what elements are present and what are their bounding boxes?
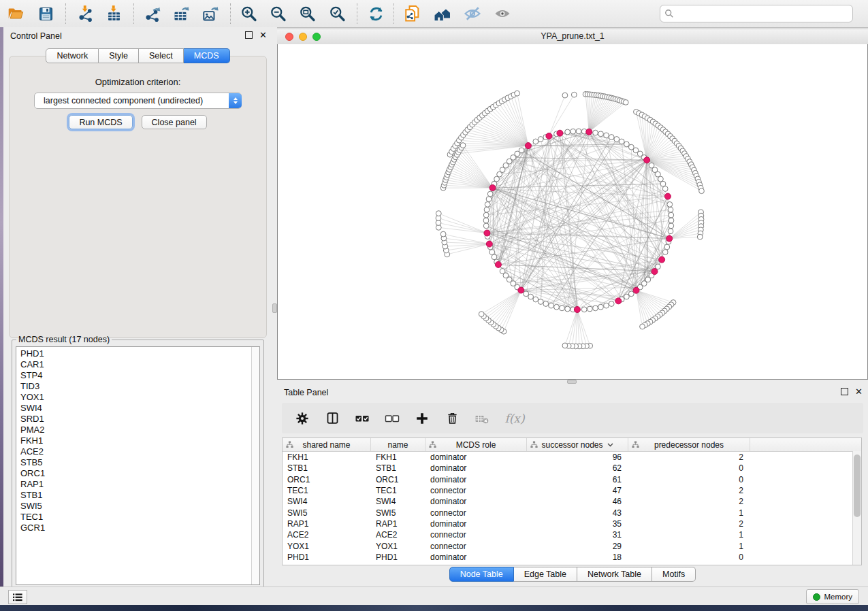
mcds-result-item: SRD1 <box>20 414 251 425</box>
mcds-result-item: RAP1 <box>20 479 251 490</box>
cell-name: SWI4 <box>371 497 425 506</box>
delete-table-button[interactable] <box>472 408 492 429</box>
checked-boxes-icon <box>354 410 370 427</box>
plus-icon <box>415 411 430 426</box>
mcds-result-listbox[interactable]: PHD1CAR1STP4TID3YOX1SWI4SRD1PMA2FKH1ACE2… <box>16 346 260 585</box>
save-session-button[interactable] <box>34 3 57 24</box>
columns-icon <box>325 411 340 425</box>
duplicate-network-icon <box>402 4 421 23</box>
column-header-MCDS-role[interactable]: MCDS role <box>425 438 527 451</box>
export-table-button[interactable] <box>169 3 192 24</box>
zoom-fit-icon <box>298 5 317 23</box>
tab-network[interactable]: Network <box>46 48 99 63</box>
table-scrollbar[interactable] <box>852 451 861 565</box>
table-row[interactable]: SWI4SWI4dominator462 <box>283 496 861 507</box>
zoom-out-button[interactable] <box>266 3 289 24</box>
cell-successor_nodes: 35 <box>527 519 628 529</box>
splitter-grip[interactable] <box>272 303 277 313</box>
table-row[interactable]: STB1STB1dominator620 <box>283 463 861 474</box>
column-header-shared-name[interactable]: shared name <box>283 438 371 451</box>
apply-function-button[interactable]: f(x) <box>502 408 530 429</box>
table-row[interactable]: TEC1TEC1connector472 <box>283 485 861 496</box>
close-panel-button[interactable]: Close panel <box>142 115 207 129</box>
cell-name: RAP1 <box>371 519 425 529</box>
tab-motifs[interactable]: Motifs <box>652 567 696 582</box>
network-graph[interactable] <box>278 44 867 379</box>
search-field[interactable] <box>660 5 853 22</box>
add-column-button[interactable] <box>413 408 432 429</box>
cell-successor_nodes: 61 <box>527 475 628 484</box>
tab-network-table[interactable]: Network Table <box>577 567 652 582</box>
cell-mcds_role: connector <box>425 486 527 495</box>
vertical-splitter[interactable] <box>272 27 277 587</box>
table-row[interactable]: SWI5SWI5connector431 <box>283 507 861 518</box>
search-icon <box>664 9 674 18</box>
zoom-selected-button[interactable] <box>325 3 349 24</box>
network-window-titlebar[interactable]: YPA_prune.txt_1 <box>277 29 868 45</box>
first-neighbors-button[interactable] <box>430 3 453 24</box>
memory-button[interactable]: Memory <box>806 589 859 604</box>
cell-successor_nodes: 31 <box>527 530 628 540</box>
mcds-result-item: ORC1 <box>20 468 251 479</box>
duplicate-network-button[interactable] <box>400 3 423 24</box>
table-row[interactable]: FKH1FKH1dominator962 <box>283 452 861 463</box>
table-row[interactable]: RAP1RAP1dominator352 <box>283 518 861 529</box>
open-file-button[interactable] <box>4 3 27 24</box>
cell-shared_name: RAP1 <box>283 519 371 529</box>
table-row[interactable]: PHD1PHD1dominator180 <box>283 552 861 563</box>
optimization-criterion-dropdown[interactable]: largest connected component (undirected) <box>34 93 242 109</box>
column-header-successor-nodes[interactable]: successor nodes <box>527 438 628 451</box>
tab-mcds[interactable]: MCDS <box>184 48 230 63</box>
dropdown-selected-value: largest connected component (undirected) <box>35 96 229 105</box>
export-network-icon <box>143 5 161 23</box>
dropdown-stepper-icon <box>229 93 242 108</box>
unchecked-boxes-icon <box>384 410 400 427</box>
cell-mcds_role: dominator <box>425 452 527 462</box>
export-image-button[interactable] <box>198 3 221 24</box>
list-icon <box>13 593 22 601</box>
close-panel-icon[interactable]: ✕ <box>855 389 863 395</box>
float-panel-icon[interactable] <box>245 31 253 39</box>
float-panel-icon[interactable] <box>841 388 848 395</box>
cell-successor_nodes: 43 <box>527 508 628 518</box>
show-all-button[interactable] <box>491 3 514 24</box>
show-columns-button[interactable] <box>323 408 342 429</box>
cell-name: YOX1 <box>371 542 425 551</box>
table-options-button[interactable] <box>293 408 312 429</box>
network-canvas[interactable] <box>277 44 868 380</box>
import-table-icon <box>105 5 123 23</box>
table-row[interactable]: ACE2ACE2connector311 <box>283 529 861 540</box>
table-scrollbar-thumb[interactable] <box>854 455 861 517</box>
cell-mcds_role: dominator <box>425 475 527 484</box>
show-panels-list-button[interactable] <box>8 590 27 604</box>
zoom-in-button[interactable] <box>237 3 260 24</box>
table-panel-header: Table Panel ✕ <box>277 384 868 401</box>
table-row[interactable]: YOX1YOX1connector291 <box>283 540 861 551</box>
run-mcds-button[interactable]: Run MCDS <box>69 115 132 129</box>
cell-shared_name: SWI4 <box>283 497 371 506</box>
column-header-name[interactable]: name <box>371 438 425 451</box>
import-network-button[interactable] <box>74 3 97 24</box>
open-folder-icon <box>7 5 25 22</box>
cell-mcds_role: dominator <box>425 519 527 529</box>
tab-style[interactable]: Style <box>99 48 139 63</box>
tab-select[interactable]: Select <box>139 48 184 63</box>
mcds-list-scrollbar[interactable] <box>251 347 259 584</box>
tab-edge-table[interactable]: Edge Table <box>514 567 577 582</box>
mcds-result-item: FKH1 <box>20 435 251 446</box>
cell-predecessor_nodes: 1 <box>628 542 750 551</box>
refresh-view-button[interactable] <box>364 3 387 24</box>
import-table-button[interactable] <box>102 3 125 24</box>
delete-column-button[interactable] <box>443 408 462 429</box>
table-row[interactable]: ORC1ORC1dominator610 <box>283 474 861 485</box>
search-input[interactable] <box>677 8 848 19</box>
export-network-button[interactable] <box>140 3 163 24</box>
deselect-all-button[interactable] <box>383 408 402 429</box>
select-all-button[interactable] <box>353 408 372 429</box>
tab-node-table[interactable]: Node Table <box>449 567 514 582</box>
close-panel-icon[interactable]: ✕ <box>259 32 267 39</box>
zoom-fit-button[interactable] <box>295 3 319 24</box>
cell-mcds_role: connector <box>425 542 527 551</box>
column-header-predecessor-nodes[interactable]: predecessor nodes <box>628 438 750 451</box>
hide-selected-button[interactable] <box>461 3 484 24</box>
